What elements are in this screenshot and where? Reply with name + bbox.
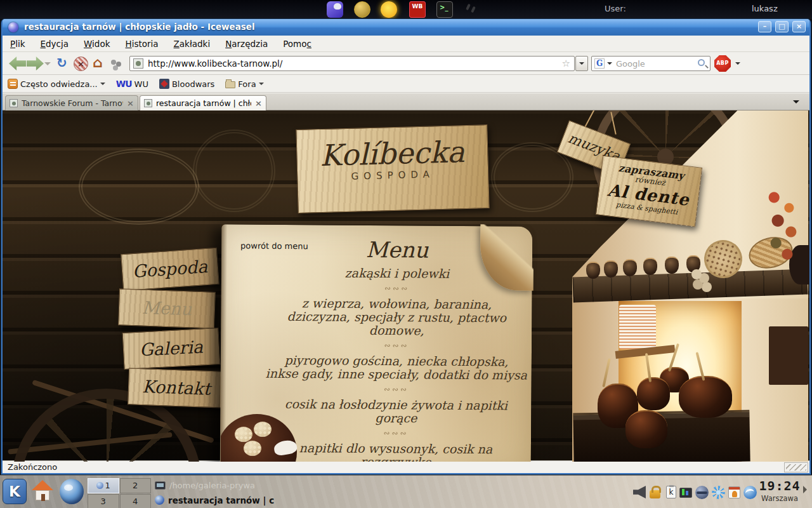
sun-smiley-icon[interactable]: [381, 1, 397, 18]
nav-label: Gospoda: [121, 248, 219, 290]
pager-desktop-2[interactable]: 2: [120, 478, 152, 493]
browser-launcher-button[interactable]: [60, 479, 84, 504]
home-launcher-button[interactable]: [30, 479, 55, 504]
iceweasel-task-icon: [155, 495, 164, 505]
cube-pet-icon[interactable]: [327, 1, 343, 18]
wall-niche: [769, 326, 808, 385]
menu-zakladki[interactable]: Zakładki: [174, 39, 211, 49]
url-bar[interactable]: http://www.kolibecka-tarnow.pl/ ☆: [129, 56, 575, 71]
folder-icon: [225, 81, 235, 88]
chevron-down-icon: [259, 83, 264, 88]
search-engine-dropdown-icon[interactable]: [606, 58, 613, 69]
al-dente-sign-link[interactable]: zapraszamy również Al dente pizza & spag…: [596, 156, 702, 227]
url-text[interactable]: http://www.kolibecka-tarnow.pl/: [148, 58, 282, 69]
back-button[interactable]: [9, 57, 26, 70]
plate-stack: [619, 305, 656, 349]
coin-icon[interactable]: [354, 1, 370, 18]
bookmark-star-icon[interactable]: ☆: [562, 58, 570, 69]
globe-icon[interactable]: [743, 486, 757, 499]
wu-icon: WU: [116, 79, 132, 89]
display-monitor-icon[interactable]: [679, 488, 692, 498]
lock-icon[interactable]: [650, 490, 660, 498]
tab-title: restauracja tarnów | chłopski...: [156, 98, 251, 108]
url-dropdown-button[interactable]: [575, 56, 588, 71]
window-title: restauracja tarnów | chłopskie jadło - I…: [24, 22, 255, 32]
forward-button[interactable]: [27, 57, 44, 70]
adblock-dropdown-icon[interactable]: [735, 62, 740, 67]
nav-galeria[interactable]: Galeria: [122, 328, 221, 370]
bookmark-often-visited[interactable]: Często odwiedza...: [8, 79, 105, 89]
menu-historia[interactable]: Historia: [126, 39, 159, 49]
clay-pot: [625, 410, 667, 448]
desktop-mark: [471, 6, 476, 13]
search-engine-icon[interactable]: G: [594, 58, 605, 69]
pager-desktop-4[interactable]: 4: [120, 494, 152, 508]
tab-close-icon[interactable]: ×: [127, 98, 134, 108]
adblock-button[interactable]: ABP: [714, 55, 731, 72]
taskbar-item-restauracja[interactable]: restauracja tarnów | c: [155, 493, 421, 507]
menu-edycja[interactable]: Edycja: [40, 39, 69, 49]
clock-city: Warszawa: [759, 494, 801, 503]
tab-restauracja-tarnow[interactable]: restauracja tarnów | chłopski... ×: [140, 95, 266, 110]
status-text: Zakończono: [8, 462, 57, 472]
nav-kontakt[interactable]: Kontakt: [128, 368, 225, 408]
search-icon[interactable]: [698, 59, 705, 66]
search-placeholder[interactable]: Google: [616, 59, 645, 69]
carved-swirl-decoration: [79, 149, 199, 225]
tab-tarnowskie-forum[interactable]: Tarnowskie Forum - Tarnows... ×: [5, 95, 138, 110]
garlic-bunch: [691, 269, 702, 279]
panel-clock[interactable]: 19:24 Warszawa: [759, 478, 801, 503]
pager-desktop-1[interactable]: 1: [88, 478, 119, 493]
klipper-icon[interactable]: k: [666, 486, 676, 498]
kmenu-button[interactable]: K: [3, 479, 27, 504]
panel-hide-arrow[interactable]: [803, 486, 811, 493]
stop-button[interactable]: ×: [74, 57, 88, 71]
bookmark-label: WU: [134, 79, 148, 89]
ornament-divider: ∾∾∾: [265, 283, 530, 294]
window-controls: – □ ×: [758, 21, 806, 32]
desktop-pager: 1 2 3 4: [88, 478, 151, 508]
pager-desktop-3[interactable]: 3: [88, 494, 119, 508]
menu-pomoc[interactable]: Pomoc: [283, 39, 311, 49]
menu-widok[interactable]: Widok: [84, 39, 110, 49]
organizer-icon[interactable]: [728, 486, 740, 498]
back-to-menu-link[interactable]: powrót do menu: [240, 241, 308, 251]
bloodwars-wb-icon[interactable]: WB: [409, 1, 426, 18]
menu-category-link[interactable]: napitki dlo wysusonyk, cosik na rozgrzyw…: [263, 441, 528, 462]
window-titlebar[interactable]: restauracja tarnów | chłopskie jadło - I…: [3, 19, 809, 36]
bloodwars-icon: [159, 79, 169, 89]
taskbar-item-galeria[interactable]: /home/galeria-prywa: [155, 478, 421, 493]
nav-menu[interactable]: Menu: [118, 288, 216, 328]
plugin-icon[interactable]: [111, 60, 116, 65]
menu-category-link[interactable]: zakąski i polewki: [265, 266, 530, 281]
nav-gospoda[interactable]: Gospoda: [121, 248, 219, 291]
history-dropdown-icon[interactable]: [44, 62, 51, 69]
mixer-icon[interactable]: [695, 486, 709, 499]
search-box[interactable]: G Google: [591, 56, 710, 71]
tab-strip: Tarnowskie Forum - Tarnows... × restaura…: [3, 93, 809, 110]
reload-button[interactable]: ↻: [56, 55, 67, 70]
menu-category-link[interactable]: inkse gady, inne speciały, dodatki do mi…: [264, 367, 529, 382]
menu-plik[interactable]: Plik: [10, 39, 25, 49]
resize-grip[interactable]: [784, 462, 808, 472]
close-button[interactable]: ×: [792, 21, 806, 32]
dried-flowers: [760, 185, 807, 265]
maximize-button[interactable]: □: [775, 21, 789, 32]
bookmark-fora[interactable]: Fora: [225, 79, 263, 89]
tab-close-icon[interactable]: ×: [255, 98, 262, 108]
minimize-button[interactable]: –: [758, 21, 771, 32]
menu-category-link[interactable]: cosik na łosłodzynie żywota i napitki go…: [263, 398, 528, 426]
tab-title: Tarnowskie Forum - Tarnows...: [22, 98, 123, 108]
weather-icon[interactable]: [712, 486, 725, 499]
menu-category-link[interactable]: dziczyzna, specjały z rustu, ptactwo dom…: [264, 310, 529, 338]
home-button[interactable]: ⌂: [93, 55, 103, 70]
tab-list-dropdown-icon[interactable]: [793, 100, 799, 107]
terminal-icon[interactable]: >_: [436, 1, 453, 18]
nav-label: Kontakt: [128, 368, 225, 407]
volume-icon[interactable]: [633, 486, 646, 499]
bookmark-wu[interactable]: WU WU: [116, 79, 148, 89]
prompt-glyph: >_: [440, 4, 448, 11]
pierogi: [254, 422, 272, 437]
bookmark-bloodwars[interactable]: Bloodwars: [159, 79, 214, 89]
menu-narzedzia[interactable]: Narzędzia: [225, 39, 268, 49]
